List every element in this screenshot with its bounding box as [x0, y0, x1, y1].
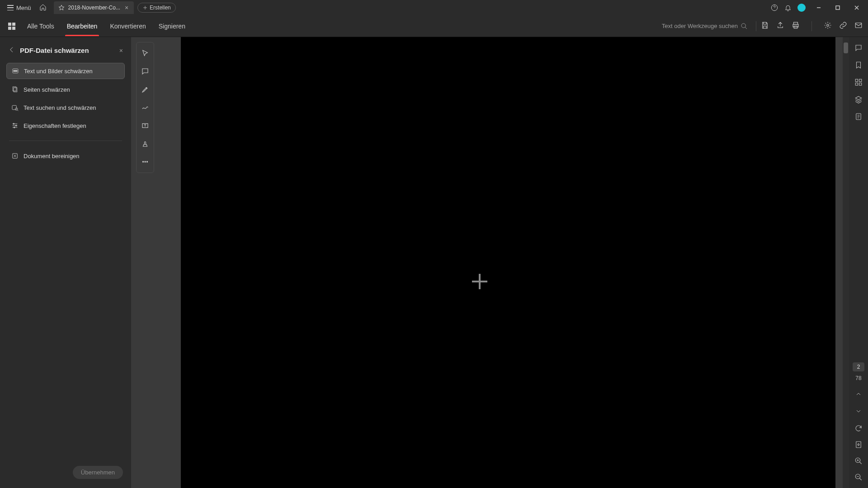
svg-point-2 — [741, 23, 745, 28]
search-redact-icon — [11, 103, 19, 112]
total-pages: 78 — [855, 375, 861, 381]
svg-rect-7 — [855, 23, 862, 28]
annotation-toolbar — [136, 42, 154, 173]
tool-search-redact[interactable]: Text suchen und schwärzen — [6, 100, 125, 115]
print-button[interactable] — [792, 21, 800, 31]
menu-button[interactable]: Menü — [4, 3, 35, 13]
create-label: Erstellen — [150, 5, 171, 11]
all-apps-button[interactable] — [5, 20, 18, 33]
right-rail: 2 78 — [849, 37, 868, 488]
redact-panel: PDF-Datei schwärzen × Text und Bilder sc… — [0, 37, 131, 488]
search-icon — [741, 23, 748, 30]
menu-label: Menü — [16, 5, 31, 11]
bookmark-panel-button[interactable] — [854, 61, 863, 70]
pdf-page[interactable] — [181, 37, 835, 488]
svg-point-6 — [827, 24, 829, 27]
save-button[interactable] — [761, 21, 769, 31]
svg-rect-18 — [855, 79, 858, 81]
svg-point-29 — [146, 161, 147, 162]
tool-sanitize-document[interactable]: Dokument bereinigen — [6, 148, 125, 164]
svg-point-28 — [145, 161, 146, 162]
document-tab[interactable]: 2018-November-Co... × — [54, 1, 134, 14]
maximize-button[interactable] — [830, 2, 845, 14]
panel-title: PDF-Datei schwärzen — [20, 47, 89, 54]
tool-label: Text suchen und schwärzen — [24, 104, 96, 111]
svg-rect-20 — [855, 83, 858, 85]
fit-page-button[interactable] — [854, 440, 863, 449]
page-down-button[interactable] — [854, 407, 863, 416]
page-up-button[interactable] — [854, 389, 863, 399]
document-viewport[interactable] — [131, 37, 849, 488]
svg-rect-11 — [14, 88, 17, 92]
svg-rect-23 — [856, 441, 861, 448]
titlebar: Menü 2018-November-Co... × Erstellen — [0, 0, 868, 15]
svg-rect-3 — [794, 22, 798, 24]
sanitize-icon — [11, 152, 19, 160]
thumbnails-panel-button[interactable] — [854, 78, 863, 87]
tool-label: Seiten schwärzen — [24, 86, 70, 93]
attachments-panel-button[interactable] — [854, 112, 863, 121]
menu-all-tools[interactable]: Alle Tools — [21, 16, 61, 36]
svg-rect-21 — [859, 83, 862, 85]
apply-button[interactable]: Übernehmen — [73, 466, 123, 479]
tab-close-button[interactable]: × — [124, 4, 129, 11]
star-icon — [58, 5, 65, 11]
svg-rect-9 — [14, 70, 17, 72]
link-button[interactable] — [839, 21, 847, 31]
user-avatar[interactable] — [797, 4, 806, 12]
help-button[interactable] — [770, 4, 778, 12]
home-button[interactable] — [35, 4, 51, 12]
menu-convert[interactable]: Konvertieren — [104, 16, 152, 36]
menu-sign[interactable]: Signieren — [152, 16, 192, 36]
redact-icon — [11, 67, 19, 75]
properties-icon — [11, 122, 19, 130]
stamp-tool[interactable] — [137, 135, 154, 153]
svg-rect-10 — [13, 87, 16, 91]
svg-point-27 — [142, 161, 143, 162]
crosshair-cursor — [472, 274, 487, 289]
svg-rect-1 — [836, 6, 840, 9]
scrollbar-thumb[interactable] — [844, 42, 848, 53]
layers-panel-button[interactable] — [854, 95, 863, 104]
comment-tool[interactable] — [137, 62, 154, 80]
vertical-scrollbar[interactable] — [843, 37, 849, 488]
tool-redact-text-images[interactable]: Text und Bilder schwärzen — [6, 63, 125, 79]
current-page-badge[interactable]: 2 — [853, 362, 864, 371]
apps-grid-icon — [8, 23, 15, 30]
tool-label: Dokument bereinigen — [24, 153, 80, 160]
tool-label: Eigenschaften festlegen — [24, 122, 86, 129]
more-tools[interactable] — [137, 153, 154, 171]
svg-point-16 — [14, 127, 15, 128]
top-menu: Alle Tools Bearbeiten Konvertieren Signi… — [0, 15, 868, 37]
draw-tool[interactable] — [137, 99, 154, 117]
svg-rect-12 — [12, 105, 16, 109]
svg-point-15 — [15, 125, 17, 127]
svg-rect-19 — [859, 79, 862, 81]
comment-panel-button[interactable] — [854, 43, 863, 52]
back-button[interactable] — [8, 46, 15, 55]
highlight-tool[interactable] — [137, 80, 154, 99]
plus-icon — [142, 5, 148, 10]
share-button[interactable] — [776, 21, 784, 31]
rotate-button[interactable] — [854, 424, 863, 433]
close-panel-button[interactable]: × — [119, 47, 123, 54]
hamburger-icon — [7, 5, 14, 10]
minimize-button[interactable] — [811, 2, 826, 14]
close-window-button[interactable] — [849, 2, 864, 14]
textbox-tool[interactable] — [137, 117, 154, 135]
tool-redact-pages[interactable]: Seiten schwärzen — [6, 82, 125, 97]
create-button[interactable]: Erstellen — [137, 3, 176, 13]
ai-button[interactable] — [824, 21, 832, 31]
search-field[interactable]: Text oder Werkzeuge suchen — [662, 23, 748, 30]
tab-label: 2018-November-Co... — [68, 5, 120, 11]
svg-point-14 — [13, 123, 14, 125]
tool-set-properties[interactable]: Eigenschaften festlegen — [6, 118, 125, 133]
zoom-in-button[interactable] — [854, 456, 863, 465]
mail-button[interactable] — [854, 21, 863, 31]
notifications-button[interactable] — [784, 4, 792, 12]
search-placeholder: Text oder Werkzeuge suchen — [662, 23, 738, 29]
select-tool[interactable] — [137, 44, 154, 62]
menu-edit[interactable]: Bearbeiten — [61, 16, 104, 36]
pages-icon — [11, 85, 19, 94]
zoom-out-button[interactable] — [854, 473, 863, 482]
